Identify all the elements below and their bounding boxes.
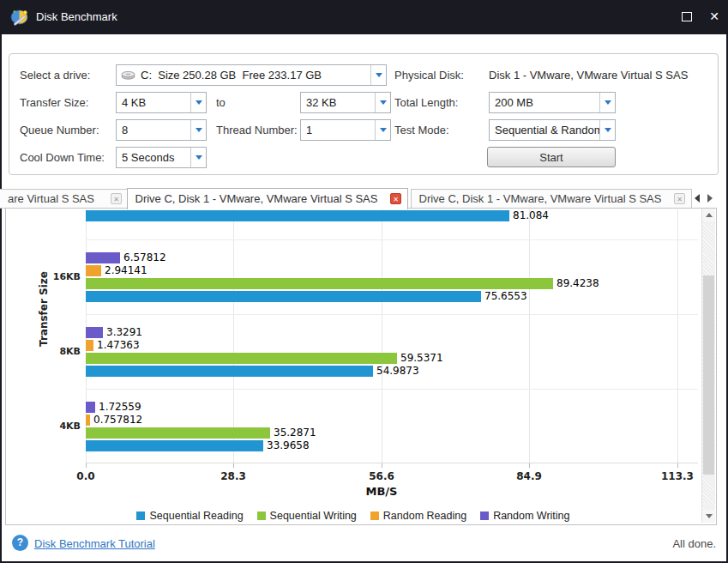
legend-label: Random Reading: [383, 510, 466, 522]
chart-bar: [86, 210, 509, 221]
legend-item: Sequential Reading: [136, 510, 243, 522]
bar-value-label: 89.4238: [557, 278, 599, 289]
drive-select-arrow[interactable]: [370, 65, 386, 85]
result-tab-3[interactable]: Drive C, Disk 1 - VMware, VMware Virtual…: [411, 189, 692, 209]
thread-number-select[interactable]: 1: [300, 119, 391, 141]
x-tick-label: 56.6: [356, 470, 407, 482]
transfer-size-from-arrow[interactable]: [190, 93, 206, 112]
x-tickmark: [382, 463, 382, 468]
app-icon: [10, 8, 29, 27]
footer-bar: ? Disk Benchmark Tutorial All done.: [2, 526, 726, 561]
tab-close-icon[interactable]: ✕: [390, 193, 401, 204]
tab-scroll-left-icon[interactable]: [695, 194, 700, 203]
transfer-size-label: Transfer Size:: [20, 92, 88, 113]
scrollbar-thumb[interactable]: [703, 275, 714, 475]
legend-swatch-icon: [136, 512, 145, 520]
start-button[interactable]: Start: [487, 147, 616, 167]
test-mode-arrow[interactable]: [599, 120, 615, 140]
cool-down-arrow[interactable]: [190, 148, 206, 167]
legend-swatch-icon: [257, 512, 266, 520]
y-tick-label: 4KB: [41, 420, 81, 433]
category-gridline: [86, 314, 698, 315]
help-icon[interactable]: ?: [12, 535, 28, 551]
chart-bar: [86, 291, 481, 302]
window-content: Select a drive: C: Size 250.28 GB Free 2…: [2, 34, 726, 561]
total-length-arrow[interactable]: [599, 93, 615, 112]
transfer-size-from-select[interactable]: 4 KB: [116, 92, 207, 113]
titlebar: Disk Benchmark ✕: [0, 0, 728, 34]
chart-bar: [86, 327, 103, 338]
chevron-down-icon: [196, 155, 202, 160]
result-tab-1[interactable]: are Virtual S SAS ✕: [0, 189, 129, 209]
bar-value-label: 1.47363: [97, 340, 140, 351]
test-mode-select[interactable]: Sequential & Random: [489, 119, 616, 141]
queue-number-label: Queue Number:: [20, 119, 99, 141]
drive-icon: [121, 70, 135, 80]
total-length-select[interactable]: 200 MB: [489, 92, 616, 113]
result-tab-2-active[interactable]: Drive C, Disk 1 - VMware, VMware Virtual…: [127, 188, 408, 209]
bar-value-label: 1.72559: [99, 402, 141, 413]
legend-item: Random Writing: [480, 510, 569, 522]
tab-close-icon[interactable]: ✕: [674, 193, 685, 204]
chart-bar: [86, 366, 373, 377]
maximize-icon: [682, 12, 692, 21]
y-tick-label: 8KB: [41, 345, 81, 359]
benchmark-settings-panel: Select a drive: C: Size 250.28 GB Free 2…: [9, 53, 719, 175]
legend-label: Sequential Writing: [270, 510, 357, 522]
chart-bar: [86, 252, 120, 263]
transfer-size-to-arrow[interactable]: [375, 93, 390, 112]
tab-label: Drive C, Disk 1 - VMware, VMware Virtual…: [412, 190, 669, 208]
chart-bar: [86, 415, 90, 426]
queue-number-value: 8: [117, 120, 190, 140]
queue-number-arrow[interactable]: [190, 120, 206, 140]
close-button[interactable]: ✕: [702, 4, 726, 28]
total-length-value: 200 MB: [490, 93, 599, 112]
chart-bar: [86, 278, 553, 289]
chevron-down-icon: [380, 100, 387, 105]
queue-number-select[interactable]: 8: [116, 119, 207, 141]
bar-value-label: 59.5371: [400, 353, 443, 364]
close-icon: ✕: [709, 10, 719, 22]
select-drive-label: Select a drive:: [20, 64, 90, 86]
drive-select[interactable]: C: Size 250.28 GB Free 233.17 GB: [116, 64, 387, 86]
tab-scroll-arrows: [695, 194, 713, 203]
chevron-down-icon: [196, 100, 202, 105]
x-tickmark: [677, 463, 678, 468]
scroll-down-button[interactable]: [702, 510, 715, 523]
x-gridline: [382, 209, 382, 463]
maximize-button[interactable]: [675, 4, 699, 28]
tab-close-icon[interactable]: ✕: [111, 193, 122, 204]
tab-label: Drive C, Disk 1 - VMware, VMware Virtual…: [128, 189, 385, 209]
disk-benchmark-window: Disk Benchmark ✕ Select a drive: C: Size…: [0, 0, 728, 563]
bar-value-label: 2.94141: [105, 265, 147, 276]
drive-select-value: C: Size 250.28 GB Free 233.17 GB: [135, 65, 370, 85]
result-tabstrip: are Virtual S SAS ✕ Drive C, Disk 1 - VM…: [2, 188, 726, 209]
x-tick-label: 28.3: [208, 470, 259, 482]
x-tickmark: [86, 463, 87, 468]
cool-down-select[interactable]: 5 Seconds: [116, 147, 207, 168]
chart-plot: 0.028.356.684.9113.34KB1.725590.75781235…: [86, 209, 677, 463]
cool-down-value: 5 Seconds: [117, 148, 190, 167]
scroll-up-button[interactable]: [702, 209, 715, 221]
status-text: All done.: [672, 537, 716, 550]
transfer-size-to-select[interactable]: 32 KB: [300, 92, 391, 113]
total-length-label: Total Length:: [394, 92, 458, 113]
x-gridline: [677, 209, 678, 463]
test-mode-label: Test Mode:: [394, 119, 449, 141]
thread-number-arrow[interactable]: [375, 120, 390, 140]
chart-scrollbar[interactable]: [701, 209, 715, 523]
x-tickmark: [529, 463, 530, 468]
legend-label: Sequential Reading: [149, 510, 243, 522]
bar-value-label: 75.6553: [484, 291, 527, 302]
legend-swatch-icon: [370, 512, 379, 520]
bar-value-label: 0.757812: [93, 415, 142, 426]
legend-label: Random Writing: [493, 510, 569, 522]
tutorial-link[interactable]: Disk Benchmark Tutorial: [34, 537, 155, 550]
to-label: to: [216, 92, 226, 113]
category-gridline: [86, 239, 698, 240]
chart-bar: [86, 427, 270, 439]
chart-bar: [86, 402, 95, 413]
tab-scroll-right-icon[interactable]: [707, 194, 713, 203]
bar-value-label: 3.3291: [106, 327, 142, 338]
x-axis-title: MB/S: [86, 485, 677, 498]
